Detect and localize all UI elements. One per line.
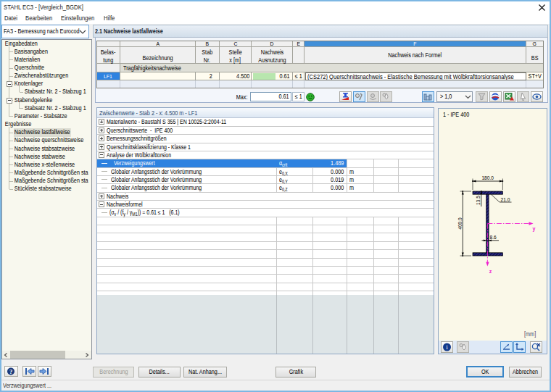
svg-text:21.0: 21.0 bbox=[501, 197, 510, 202]
svg-text:8.6: 8.6 bbox=[490, 235, 497, 240]
svg-text:13.5: 13.5 bbox=[476, 196, 481, 205]
svg-text:y: y bbox=[533, 226, 536, 232]
svg-text:400.0: 400.0 bbox=[457, 217, 463, 230]
svg-text:?: ? bbox=[9, 368, 12, 375]
svg-text:180.0: 180.0 bbox=[481, 175, 494, 180]
svg-text:z: z bbox=[489, 269, 492, 274]
